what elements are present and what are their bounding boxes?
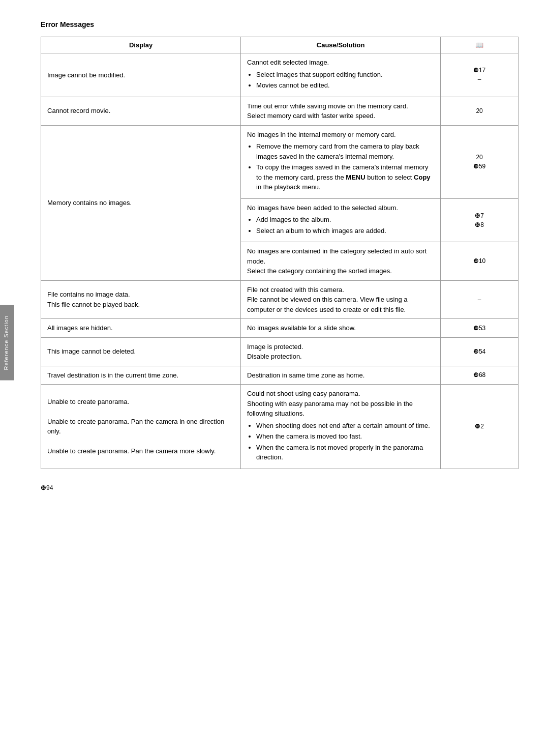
- col-header-ref: 📖: [441, 37, 518, 53]
- table-row: Travel destination is in the current tim…: [41, 366, 518, 385]
- display-cell: File contains no image data. This file c…: [41, 280, 241, 319]
- ref-cell: 20❿59: [441, 125, 518, 198]
- table-row: Memory contains no images. No images in …: [41, 125, 518, 198]
- col-header-cause: Cause/Solution: [241, 37, 441, 53]
- ref-cell: ❿10: [441, 242, 518, 281]
- table-row: Unable to create panorama. Unable to cre…: [41, 385, 518, 469]
- table-row: This image cannot be deleted. Image is p…: [41, 337, 518, 366]
- ref-cell: ❿17–: [441, 53, 518, 97]
- ref-cell: ❿54: [441, 337, 518, 366]
- error-messages-table: Display Cause/Solution 📖 Image cannot be…: [41, 37, 518, 469]
- ref-cell: –: [441, 280, 518, 319]
- cause-cell: No images are contained in the category …: [241, 242, 441, 281]
- cause-cell: Destination in same time zone as home.: [241, 366, 441, 385]
- display-cell: Unable to create panorama. Unable to cre…: [41, 385, 241, 469]
- display-cell: This image cannot be deleted.: [41, 337, 241, 366]
- cause-cell: No images have been added to the selecte…: [241, 198, 441, 242]
- ref-cell: ❿7❿8: [441, 198, 518, 242]
- display-cell: Image cannot be modified.: [41, 53, 241, 97]
- ref-cell: 20: [441, 97, 518, 125]
- footer-ref: ❿94: [41, 484, 53, 491]
- cause-cell: No images available for a slide show.: [241, 319, 441, 338]
- col-header-display: Display: [41, 37, 241, 53]
- cause-cell: Time out error while saving movie on the…: [241, 97, 441, 125]
- cause-cell: File not created with this camera. File …: [241, 280, 441, 319]
- display-cell: Travel destination is in the current tim…: [41, 366, 241, 385]
- display-cell: Memory contains no images.: [41, 125, 241, 280]
- ref-cell: ❿2: [441, 385, 518, 469]
- page-title: Error Messages: [41, 20, 518, 28]
- ref-cell: ❿53: [441, 319, 518, 338]
- sidebar-tab: Reference Section: [0, 305, 14, 381]
- cause-cell: Could not shoot using easy panorama. Sho…: [241, 385, 441, 469]
- table-row: File contains no image data. This file c…: [41, 280, 518, 319]
- sidebar-label: Reference Section: [3, 315, 9, 370]
- cause-cell: No images in the internal memory or memo…: [241, 125, 441, 198]
- ref-cell: ❿68: [441, 366, 518, 385]
- footer: ❿94: [41, 484, 518, 491]
- display-cell: Cannot record movie.: [41, 97, 241, 125]
- table-row: Cannot record movie. Time out error whil…: [41, 97, 518, 125]
- table-row: All images are hidden. No images availab…: [41, 319, 518, 338]
- cause-cell: Cannot edit selected image. Select image…: [241, 53, 441, 97]
- display-cell: All images are hidden.: [41, 319, 241, 338]
- cause-cell: Image is protected. Disable protection.: [241, 337, 441, 366]
- table-row: Image cannot be modified. Cannot edit se…: [41, 53, 518, 97]
